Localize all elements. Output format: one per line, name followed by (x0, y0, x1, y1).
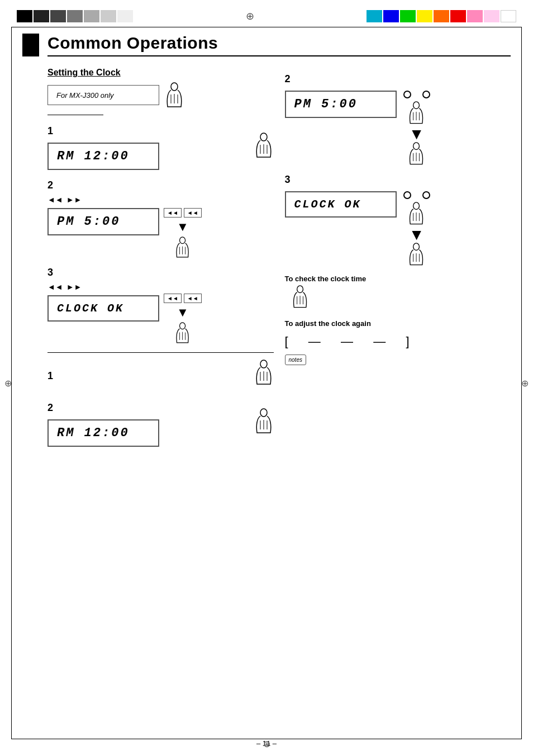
rc-step-label-3: 3 (285, 174, 511, 186)
rc-lcd-text-2: PM 5:00 (294, 97, 358, 111)
rc-step-label-2: 2 (285, 73, 511, 85)
box-btn-right: ◄◄ (184, 208, 202, 218)
note-text: For MX-J300 only (56, 91, 114, 100)
svg-point-36 (413, 243, 420, 251)
right-column: 2 PM 5:00 (285, 68, 511, 456)
lcd-text-3: CLOCK OK (57, 302, 124, 315)
left-column: Setting the Clock For MX-J300 only (47, 68, 274, 456)
svg-point-8 (179, 237, 185, 244)
circle-btn-1 (403, 91, 411, 98)
section2-step-label-1: 1 (47, 370, 248, 382)
rc-lcd-text-3: CLOCK OK (294, 198, 361, 211)
divider-2 (47, 352, 274, 353)
color-block (383, 10, 399, 22)
svg-point-32 (413, 202, 420, 210)
adjust-clock-label: To adjust the clock again (285, 319, 511, 328)
hand-icon-1 (165, 82, 184, 110)
skip-buttons-row: ◄◄ ►► (47, 195, 274, 204)
check-clock-block: To check the clock time (285, 275, 511, 313)
content-body: Setting the Clock For MX-J300 only (47, 68, 511, 456)
rc-lcd-3: CLOCK OK (285, 191, 397, 218)
hand-icon-rc3-bottom (407, 243, 426, 268)
lcd-text-2: PM 5:00 (57, 215, 120, 229)
svg-point-0 (171, 83, 178, 91)
note-box: For MX-J300 only (47, 85, 159, 105)
color-block (50, 10, 66, 22)
hand-icon-s2-step2 (254, 408, 274, 436)
lcd-display-2: PM 5:00 (47, 208, 159, 235)
top-crosshair: ⊕ (246, 10, 254, 22)
circle-btn-4 (422, 191, 430, 199)
top-bar: ⊕ (0, 10, 533, 22)
hand-icon-s2-step1 (254, 360, 274, 388)
lcd-display-3: CLOCK OK (47, 295, 159, 322)
color-strip-left (17, 10, 133, 22)
page-title: Common Operations (47, 34, 218, 52)
step1-block: 1 RM 12:00 (47, 120, 274, 173)
color-block (17, 10, 32, 22)
bracket-display: [ — — — ] (285, 334, 414, 349)
left-crosshair: ⊕ (4, 378, 12, 389)
down-arrow-rc3: ▼ (409, 227, 425, 243)
divider-1 (47, 115, 103, 115)
lcd-text-s2: RM 12:00 (57, 426, 130, 440)
color-block (450, 10, 466, 22)
main-content: Common Operations Setting the Clock For … (22, 34, 511, 728)
bottom-crosshair: ⊕ (263, 739, 270, 749)
step-label-3: 3 (47, 267, 274, 278)
svg-point-40 (297, 286, 303, 293)
section2-step2: 2 RM 12:00 (47, 396, 274, 450)
color-block (101, 10, 116, 22)
hand-icon-rc3-top (407, 202, 426, 227)
title-black-box (22, 34, 39, 56)
hand-icon-step2 (174, 237, 191, 260)
notes-icon: notes (285, 355, 306, 365)
section2-step1: 1 (47, 360, 274, 390)
circle-btn-2 (422, 91, 430, 98)
color-block (117, 10, 133, 22)
adjust-clock-block: To adjust the clock again (285, 319, 511, 328)
box-btn-left: ◄◄ (164, 208, 182, 218)
lcd-display-s2: RM 12:00 (47, 419, 159, 447)
step2-block: 2 ◄◄ ►► PM 5:00 (47, 179, 274, 260)
circle-btn-3 (403, 191, 411, 199)
step3-block: 3 ◄◄ ►► CLOCK OK ◄◄ ◄ (47, 267, 274, 346)
color-block (484, 10, 499, 22)
color-block (400, 10, 416, 22)
prev-skip-icon-2: ◄◄ (47, 282, 63, 291)
hand-icon-step3 (174, 322, 191, 346)
box-btn-3-right: ◄◄ (184, 294, 202, 303)
title-text-area: Common Operations (47, 34, 511, 56)
section2-step-label-2: 2 (47, 402, 248, 414)
color-strip-right (367, 10, 516, 22)
check-clock-label: To check the clock time (285, 275, 511, 283)
color-block (501, 10, 516, 22)
svg-point-4 (260, 133, 267, 141)
svg-point-24 (413, 102, 420, 109)
hand-icon-check-clock (291, 285, 310, 310)
step-label-2: 2 (47, 179, 274, 191)
color-block (467, 10, 483, 22)
color-block (67, 10, 83, 22)
step-label-1: 1 (47, 125, 248, 137)
svg-point-16 (260, 360, 267, 368)
lcd-text-1: RM 12:00 (57, 149, 130, 163)
skip-buttons-row-2: ◄◄ ►► (47, 282, 159, 291)
box-btn-3-left: ◄◄ (164, 294, 182, 303)
svg-point-20 (260, 409, 267, 417)
down-arrow-icon-2: ▼ (177, 305, 189, 320)
color-block (84, 10, 99, 22)
color-block (34, 10, 49, 22)
rc-step2-block: 2 PM 5:00 (285, 73, 511, 167)
section-header-clock: Setting the Clock (47, 68, 274, 78)
hand-icon-step1 (254, 133, 274, 160)
down-arrow-icon: ▼ (177, 220, 189, 234)
svg-point-12 (179, 323, 185, 329)
bracket-notes-block: [ — — — ] notes (285, 334, 511, 365)
rc-lcd-2: PM 5:00 (285, 91, 397, 118)
svg-point-28 (413, 143, 420, 150)
next-skip-icon-2: ►► (66, 282, 82, 291)
border-top (11, 27, 522, 27)
right-crosshair: ⊕ (521, 378, 529, 389)
rc-step3-block: 3 CLOCK OK (285, 174, 511, 268)
